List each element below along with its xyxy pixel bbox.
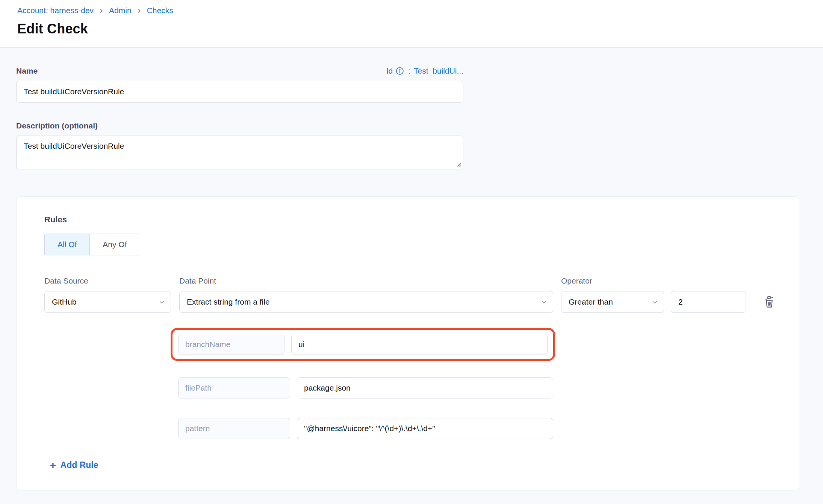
data-source-value: GitHub xyxy=(52,297,76,306)
id-label: Id xyxy=(386,66,393,75)
check-id-row: Id : Test_buildUi... xyxy=(386,66,463,75)
trash-icon xyxy=(763,295,775,308)
add-rule-button[interactable]: + Add Rule xyxy=(50,460,98,470)
rule-config-row: Data Source GitHub Data Point Extract st… xyxy=(44,276,771,313)
param-key-branchname xyxy=(178,334,284,355)
rules-card: Rules All Of Any Of Data Source GitHub D… xyxy=(16,196,799,491)
page-body: Name Id : Test_buildUi... Description (o… xyxy=(0,48,823,491)
breadcrumb: Account: harness-dev Admin Checks xyxy=(17,6,806,15)
name-label: Name xyxy=(16,66,38,75)
param-value-pattern-input[interactable] xyxy=(297,418,553,439)
plus-icon: + xyxy=(50,461,56,469)
rule-params xyxy=(178,328,771,439)
data-source-label: Data Source xyxy=(44,276,171,285)
add-rule-label: Add Rule xyxy=(61,460,98,470)
operator-threshold-input[interactable] xyxy=(671,291,746,313)
param-key-pattern xyxy=(178,418,290,439)
chevron-right-icon xyxy=(136,8,142,14)
data-point-value: Extract string from a file xyxy=(187,297,270,306)
param-value-filepath-input[interactable] xyxy=(297,377,553,398)
delete-rule-button[interactable] xyxy=(762,294,776,309)
toggle-all-of-button[interactable]: All Of xyxy=(45,234,89,255)
rules-label: Rules xyxy=(44,215,771,225)
param-row-pattern xyxy=(178,418,771,439)
breadcrumb-account-link[interactable]: Account: harness-dev xyxy=(17,6,94,15)
breadcrumb-checks-link[interactable]: Checks xyxy=(147,6,173,15)
id-value-link[interactable]: Test_buildUi... xyxy=(414,66,463,75)
data-source-select[interactable]: GitHub xyxy=(44,291,171,313)
operator-select[interactable]: Greater than xyxy=(561,291,664,313)
param-key-filepath xyxy=(178,377,290,398)
param-row-branchname xyxy=(171,328,555,361)
name-input[interactable] xyxy=(16,81,463,103)
chevron-down-icon xyxy=(651,299,658,306)
info-icon[interactable] xyxy=(396,67,404,75)
operator-value: Greater than xyxy=(569,297,613,306)
id-separator: : xyxy=(408,66,411,75)
chevron-down-icon xyxy=(540,299,548,306)
data-point-select[interactable]: Extract string from a file xyxy=(179,291,553,313)
chevron-right-icon xyxy=(98,8,104,14)
description-textarea[interactable]: Test buildUiCoreVersionRule xyxy=(16,136,463,169)
page-header: Account: harness-dev Admin Checks Edit C… xyxy=(0,0,823,48)
chevron-down-icon xyxy=(158,299,165,306)
name-field-block: Name Id : Test_buildUi... xyxy=(16,66,463,103)
rules-condition-toggle: All Of Any Of xyxy=(44,234,140,255)
description-label: Description (optional) xyxy=(16,121,807,130)
page-title: Edit Check xyxy=(17,21,806,37)
param-row-filepath xyxy=(178,377,771,398)
breadcrumb-admin-link[interactable]: Admin xyxy=(109,6,132,15)
param-value-branchname-input[interactable] xyxy=(291,334,548,355)
description-field-block: Description (optional) Test buildUiCoreV… xyxy=(16,121,807,171)
operator-label: Operator xyxy=(561,276,664,285)
toggle-any-of-button[interactable]: Any Of xyxy=(89,234,139,255)
data-point-label: Data Point xyxy=(179,276,553,285)
